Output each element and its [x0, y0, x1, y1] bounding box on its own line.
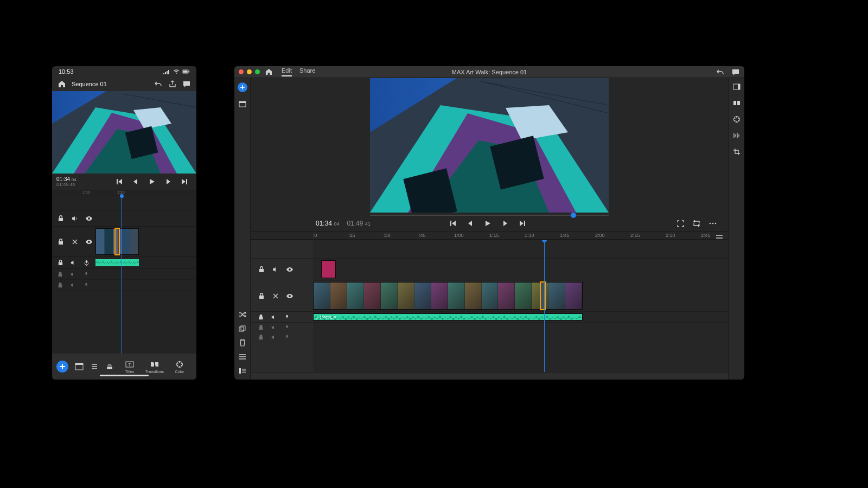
scrub-knob[interactable]: [571, 213, 576, 218]
duplicate-icon[interactable]: [238, 324, 247, 333]
lock-icon[interactable]: [257, 324, 265, 331]
mic-icon[interactable]: [82, 259, 90, 267]
mobile-preview[interactable]: [52, 91, 196, 174]
comment-icon[interactable]: [182, 80, 191, 88]
eye-icon[interactable]: [85, 214, 93, 223]
mic-icon[interactable]: [283, 333, 291, 341]
svg-rect-56: [286, 335, 288, 337]
fx-disabled-icon[interactable]: [271, 292, 280, 300]
svg-rect-60: [737, 101, 740, 105]
step-back-icon[interactable]: [466, 219, 475, 228]
minimize-window-icon[interactable]: [247, 69, 252, 74]
go-start-icon[interactable]: [115, 177, 124, 186]
lock-icon[interactable]: [257, 313, 265, 321]
project-panel-icon[interactable]: [75, 362, 84, 371]
color-tool[interactable]: Color: [170, 360, 189, 374]
stack-icon[interactable]: [105, 362, 114, 371]
home-icon[interactable]: [264, 68, 273, 76]
inspector-icon[interactable]: [732, 82, 741, 91]
ruler-mark: :0: [313, 233, 317, 238]
lock-icon[interactable]: [257, 292, 266, 300]
mobile-ruler[interactable]: 1:00 1:30: [52, 190, 196, 196]
timeline-scrollbar[interactable]: [251, 372, 728, 380]
undo-icon[interactable]: [716, 68, 725, 76]
svg-rect-15: [122, 229, 130, 254]
lock-icon[interactable]: [257, 333, 265, 341]
speaker-icon[interactable]: [270, 313, 278, 321]
desktop-playhead[interactable]: [544, 240, 545, 372]
mic-icon[interactable]: [283, 324, 291, 331]
lock-icon[interactable]: [56, 214, 65, 223]
speaker-icon[interactable]: [270, 333, 278, 341]
desktop-preview[interactable]: [370, 78, 609, 213]
zoom-window-icon[interactable]: [255, 69, 260, 74]
titles-tool[interactable]: T Titles: [120, 360, 139, 374]
go-start-icon[interactable]: [449, 219, 457, 228]
fullscreen-icon[interactable]: [676, 219, 685, 228]
loop-icon[interactable]: [692, 219, 701, 228]
desktop-ruler[interactable]: :0 :15 :30 :45 1:00 1:15 1:30 1:45 2:00 …: [251, 231, 728, 240]
lock-icon[interactable]: [56, 237, 65, 246]
eye-icon[interactable]: [285, 292, 294, 300]
add-media-button[interactable]: [56, 361, 68, 373]
track-header-icon[interactable]: [238, 367, 247, 375]
trash-icon[interactable]: [238, 338, 247, 347]
speaker-icon[interactable]: [270, 324, 278, 331]
scrub-bar[interactable]: [370, 215, 609, 216]
edit-tab[interactable]: Edit: [282, 67, 292, 76]
project-panel-icon[interactable]: [238, 100, 247, 108]
svg-point-35: [177, 363, 178, 364]
fx-disabled-icon[interactable]: [71, 237, 79, 246]
lock-icon[interactable]: [257, 265, 266, 274]
more-icon[interactable]: [709, 219, 717, 228]
eye-icon[interactable]: [85, 237, 93, 246]
add-media-button[interactable]: [238, 82, 247, 92]
signal-icon: [163, 68, 170, 75]
mic-icon[interactable]: [82, 281, 90, 289]
go-end-icon[interactable]: [518, 219, 527, 228]
mobile-video-clip-selected[interactable]: [115, 228, 119, 255]
share-tab[interactable]: Share: [299, 67, 315, 76]
home-indicator[interactable]: [100, 375, 149, 376]
lock-icon[interactable]: [56, 271, 64, 278]
mobile-topbar: Sequence 01: [52, 77, 196, 91]
list-view-icon[interactable]: [90, 362, 99, 371]
ruler-mark: :30: [384, 233, 391, 238]
color-icon[interactable]: [732, 115, 741, 124]
eye-icon[interactable]: [285, 265, 294, 274]
status-time: 10:53: [59, 68, 74, 75]
step-back-icon[interactable]: [131, 177, 140, 186]
svg-point-64: [738, 120, 739, 121]
step-forward-icon[interactable]: [501, 219, 509, 228]
audio-clip[interactable]: ♪Particle: [313, 313, 583, 320]
mic-icon[interactable]: [283, 313, 291, 321]
lock-icon[interactable]: [56, 259, 64, 267]
crop-icon[interactable]: [732, 147, 741, 156]
play-icon[interactable]: [483, 219, 492, 228]
home-icon[interactable]: [58, 80, 66, 88]
mic-icon[interactable]: [82, 271, 90, 278]
speaker-icon[interactable]: [69, 271, 77, 278]
speaker-icon[interactable]: [69, 281, 77, 289]
close-window-icon[interactable]: [239, 69, 244, 74]
timeline-snap-icon[interactable]: [238, 352, 247, 361]
marker-clip[interactable]: [321, 260, 336, 278]
shuffle-icon[interactable]: [238, 310, 247, 319]
play-icon[interactable]: [148, 177, 156, 186]
speaker-icon[interactable]: [69, 259, 77, 267]
audio-icon[interactable]: [732, 131, 741, 140]
comment-icon[interactable]: [731, 68, 740, 76]
speaker-icon[interactable]: [271, 265, 280, 274]
transitions-icon[interactable]: [732, 99, 741, 107]
svg-rect-1: [183, 70, 188, 73]
share-icon[interactable]: [168, 80, 177, 88]
undo-icon[interactable]: [154, 80, 163, 88]
speaker-icon[interactable]: [71, 214, 79, 223]
svg-rect-12: [96, 229, 105, 254]
step-forward-icon[interactable]: [164, 177, 173, 186]
mobile-playhead[interactable]: [122, 196, 122, 354]
mobile-audio-clip[interactable]: [95, 259, 139, 266]
lock-icon[interactable]: [56, 281, 64, 289]
go-end-icon[interactable]: [180, 177, 189, 186]
transitions-tool[interactable]: Transitions: [145, 360, 164, 374]
